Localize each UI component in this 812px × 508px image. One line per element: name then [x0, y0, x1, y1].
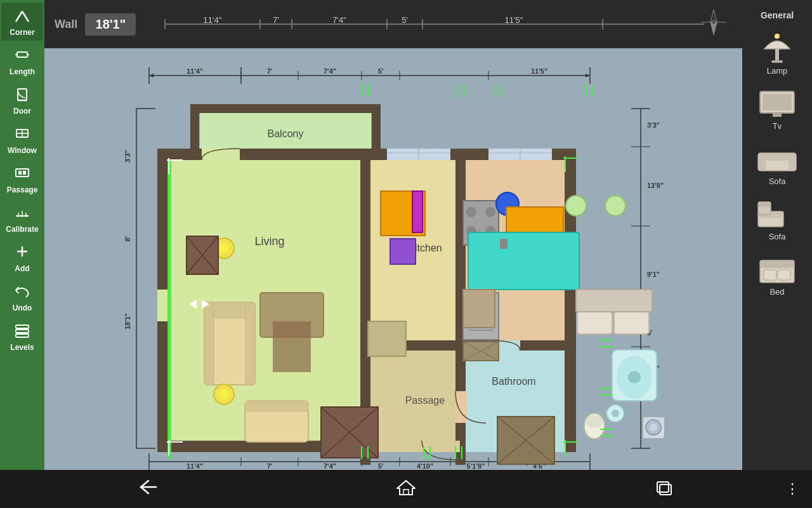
- svg-rect-186: [167, 160, 171, 458]
- svg-point-173: [612, 410, 619, 417]
- general-label: General: [761, 5, 794, 23]
- svg-rect-226: [789, 153, 796, 171]
- svg-rect-92: [190, 104, 381, 113]
- svg-text:7': 7': [273, 15, 279, 25]
- calibrate-label: Calibrate: [6, 225, 38, 234]
- furniture-sofa2[interactable]: Sofa: [745, 191, 809, 244]
- svg-marker-35: [710, 22, 717, 35]
- svg-point-161: [566, 196, 586, 216]
- tool-calibrate[interactable]: Calibrate: [1, 199, 43, 237]
- tool-undo[interactable]: Undo: [1, 278, 43, 316]
- svg-point-139: [219, 389, 229, 399]
- passage-label: Passage: [7, 185, 38, 194]
- wall-label: Wall: [55, 18, 77, 31]
- levels-label: Levels: [10, 343, 34, 352]
- svg-rect-163: [468, 232, 579, 290]
- tool-levels[interactable]: Levels: [1, 318, 43, 356]
- floorplan: 11'4" 7' 7'4" 5' 11'5" 3'3" 8' 18'1" 3'3…: [44, 48, 742, 470]
- canvas-area[interactable]: 11'4" 7' 7'4" 5' 11'5" 3'3" 8' 18'1" 3'3…: [44, 48, 742, 470]
- svg-point-219: [775, 34, 780, 39]
- passage-icon: [13, 164, 31, 184]
- corner-icon: [13, 6, 31, 27]
- svg-rect-218: [771, 60, 783, 63]
- bottom-bar: ⋮: [0, 470, 812, 508]
- svg-rect-221: [763, 94, 792, 110]
- window-icon: [13, 124, 31, 145]
- svg-point-137: [219, 243, 229, 253]
- svg-rect-236: [403, 490, 409, 495]
- undo-label: Undo: [13, 304, 32, 312]
- svg-text:11'4": 11'4": [187, 67, 203, 75]
- svg-rect-130: [204, 302, 214, 385]
- living-label: Living: [254, 235, 284, 248]
- svg-text:7': 7': [267, 67, 273, 75]
- svg-point-171: [628, 371, 641, 384]
- tool-window[interactable]: Window: [1, 121, 43, 159]
- svg-rect-117: [202, 149, 240, 160]
- furniture-sofa1[interactable]: Sofa: [745, 136, 809, 189]
- svg-text:Balcony: Balcony: [268, 128, 304, 139]
- left-toolbar: Corner Length Door: [0, 0, 44, 470]
- tool-add[interactable]: Add: [1, 239, 43, 277]
- svg-text:11'5": 11'5": [505, 15, 523, 25]
- svg-rect-118: [157, 290, 169, 321]
- svg-rect-217: [775, 49, 779, 60]
- sofa2-icon: [752, 194, 802, 232]
- more-button[interactable]: ⋮: [785, 481, 799, 497]
- svg-rect-164: [614, 312, 649, 334]
- svg-rect-238: [660, 485, 671, 495]
- svg-text:7'4": 7'4": [324, 462, 336, 470]
- svg-rect-166: [576, 290, 652, 312]
- svg-text:7': 7': [267, 462, 273, 470]
- svg-rect-168: [500, 239, 508, 249]
- svg-rect-144: [390, 239, 416, 264]
- svg-point-162: [605, 196, 625, 216]
- tool-length[interactable]: Length: [1, 42, 43, 80]
- svg-rect-131: [246, 302, 255, 385]
- furniture-lamp[interactable]: Lamp: [745, 25, 809, 78]
- svg-rect-10: [16, 169, 29, 177]
- recents-button[interactable]: [642, 473, 685, 505]
- svg-rect-237: [657, 482, 669, 492]
- svg-text:13'8": 13'8": [647, 182, 664, 189]
- svg-text:7'4": 7'4": [324, 67, 336, 75]
- tool-door[interactable]: Door: [1, 81, 43, 119]
- corner-label: Corner: [10, 28, 34, 37]
- svg-text:11'4": 11'4": [204, 15, 222, 25]
- svg-rect-185: [412, 191, 422, 232]
- svg-point-175: [586, 415, 603, 428]
- top-bar: Wall 18'1" 11'4" 7' 7'4" 5' 11'5": [44, 0, 742, 48]
- window-label: Window: [8, 146, 37, 155]
- svg-line-1: [22, 11, 29, 22]
- tv-icon: [752, 83, 802, 121]
- svg-text:3'3": 3'3": [647, 121, 660, 129]
- svg-rect-11: [18, 171, 22, 175]
- svg-rect-233: [764, 270, 776, 280]
- home-button[interactable]: [384, 473, 428, 505]
- tool-corner[interactable]: Corner: [1, 3, 43, 41]
- add-icon: [13, 243, 31, 263]
- svg-rect-20: [16, 330, 29, 333]
- undo-icon: [13, 282, 31, 302]
- svg-line-0: [16, 11, 22, 22]
- svg-text:11'5": 11'5": [531, 67, 547, 75]
- furniture-tv[interactable]: Tv: [745, 81, 809, 133]
- furniture-bed[interactable]: Bed: [745, 246, 809, 299]
- lamp-icon: [752, 28, 802, 66]
- tool-passage[interactable]: Passage: [1, 160, 43, 198]
- compass: [698, 6, 730, 38]
- svg-rect-234: [778, 270, 790, 280]
- door-icon: [13, 85, 31, 105]
- length-label: Length: [10, 67, 35, 76]
- door-label: Door: [13, 107, 31, 116]
- back-button[interactable]: [127, 473, 170, 505]
- svg-text:5'1'8": 5'1'8": [467, 462, 485, 470]
- add-label: Add: [15, 264, 29, 273]
- bathroom-label: Bathroom: [492, 376, 535, 387]
- tv-label: Tv: [773, 121, 782, 131]
- svg-point-147: [485, 207, 495, 217]
- sofa1-icon: [752, 138, 802, 177]
- svg-text:11'4": 11'4": [187, 462, 203, 470]
- bed-label: Bed: [769, 287, 784, 297]
- svg-rect-222: [773, 113, 782, 117]
